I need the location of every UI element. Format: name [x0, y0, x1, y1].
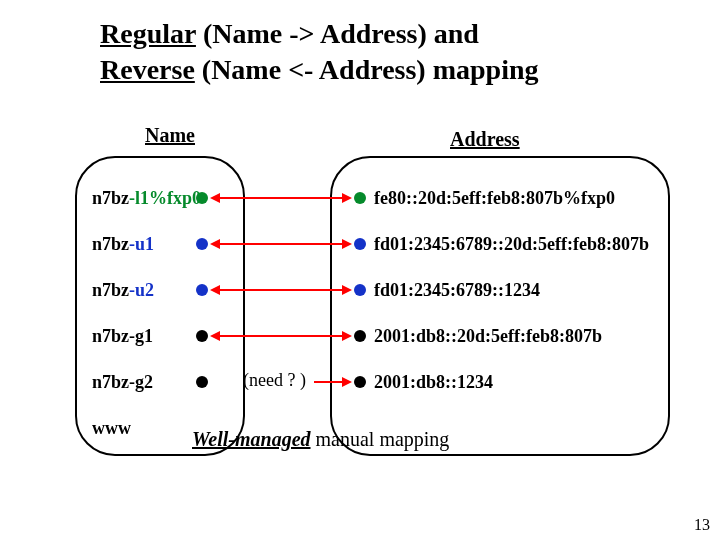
mapping-row: n7bz-u1 fd01:2345:6789::20d:5eff:feb8:80… [0, 230, 720, 258]
dot-icon [196, 330, 208, 342]
name-label: n7bz-l1%fxp0 [92, 188, 201, 209]
caption: Well-managed manual mapping [192, 428, 449, 451]
title-seg3: Reverse [100, 54, 195, 85]
dot-icon [354, 330, 366, 342]
name-label: n7bz-g1 [92, 326, 153, 347]
need-label: (need ? ) [243, 370, 306, 391]
dot-icon [196, 284, 208, 296]
address-label: 2001:db8::1234 [374, 372, 493, 393]
mapping-row: n7bz-g1 2001:db8::20d:5eff:feb8:807b [0, 322, 720, 350]
name-label: n7bz-u1 [92, 234, 154, 255]
slide: Regular (Name -> Address) and Reverse (N… [0, 0, 720, 540]
address-label: fd01:2345:6789::20d:5eff:feb8:807b [374, 234, 649, 255]
dot-icon [354, 284, 366, 296]
page-number: 13 [694, 516, 710, 534]
title-seg2: (Name -> Address) and [196, 18, 479, 49]
name-label: n7bz-g2 [92, 372, 153, 393]
www-label: www [92, 418, 131, 439]
dot-icon [196, 376, 208, 388]
header-name: Name [145, 124, 195, 147]
mapping-row: n7bz-l1%fxp0 fe80::20d:5eff:feb8:807b%fx… [0, 184, 720, 212]
title-seg1: Regular [100, 18, 196, 49]
address-label: fd01:2345:6789::1234 [374, 280, 540, 301]
title-seg4: (Name <- Address) mapping [195, 54, 539, 85]
mapping-row: n7bz-g2 2001:db8::1234 [0, 368, 720, 396]
dot-icon [196, 192, 208, 204]
name-label: n7bz-u2 [92, 280, 154, 301]
dot-icon [354, 376, 366, 388]
dot-icon [354, 238, 366, 250]
dot-icon [196, 238, 208, 250]
header-address: Address [450, 128, 520, 151]
address-label: 2001:db8::20d:5eff:feb8:807b [374, 326, 602, 347]
caption-rest: manual mapping [311, 428, 450, 450]
dot-icon [354, 192, 366, 204]
address-label: fe80::20d:5eff:feb8:807b%fxp0 [374, 188, 615, 209]
mapping-row: n7bz-u2 fd01:2345:6789::1234 [0, 276, 720, 304]
caption-wm: Well-managed [192, 428, 311, 450]
title: Regular (Name -> Address) and Reverse (N… [100, 16, 539, 89]
